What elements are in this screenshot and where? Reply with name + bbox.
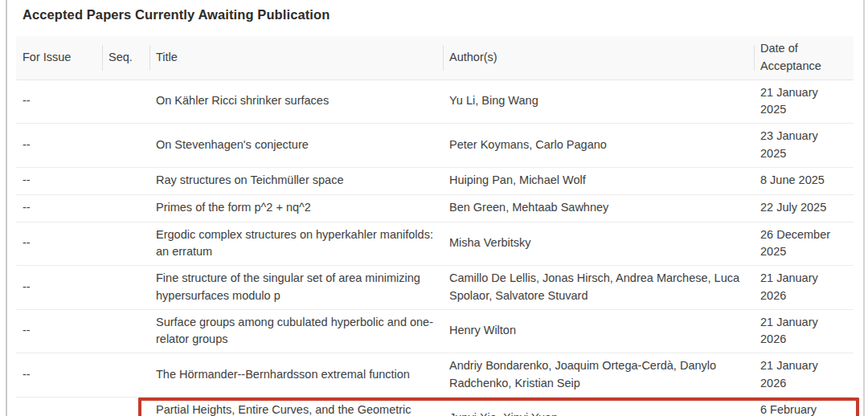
- cell-for-issue: --: [16, 80, 102, 124]
- cell-for-issue: --: [16, 124, 102, 168]
- cell-date: 21 January 2026: [754, 309, 854, 353]
- cell-title: On Stevenhagen's conjecture: [149, 124, 443, 168]
- cell-seq: [102, 124, 149, 168]
- cell-for-issue: --: [16, 353, 102, 398]
- cell-title: On Kähler Ricci shrinker surfaces: [149, 80, 443, 124]
- cell-seq: [102, 353, 149, 398]
- cell-authors: Huiping Pan, Michael Wolf: [443, 167, 754, 194]
- cell-seq: [102, 266, 149, 310]
- cell-for-issue: --: [16, 309, 102, 353]
- table-row: --The Hörmander--Bernhardsson extremal f…: [16, 353, 854, 398]
- column-header-title: Title: [149, 36, 443, 80]
- cell-authors: Camillo De Lellis, Jonas Hirsch, Andrea …: [443, 266, 754, 310]
- page-title: Accepted Papers Currently Awaiting Publi…: [23, 7, 330, 22]
- cell-date: 21 January 2026: [754, 353, 854, 398]
- cell-date: 22 July 2025: [754, 194, 854, 222]
- accepted-papers-page: Accepted Papers Currently Awaiting Publi…: [0, 0, 868, 416]
- cell-title: Partial Heights, Entire Curves, and the …: [149, 397, 443, 416]
- cell-date: 8 June 2025: [754, 167, 854, 194]
- cell-date: 6 February 2026: [754, 397, 854, 416]
- table-row: --Fine structure of the singular set of …: [16, 266, 854, 310]
- cell-for-issue: --: [16, 266, 102, 310]
- cell-for-issue: --: [16, 397, 102, 416]
- cell-authors: Junyi Xie, Xinyi Yuan: [443, 397, 754, 416]
- cell-seq: [102, 194, 149, 222]
- table-row: --On Stevenhagen's conjecturePeter Koyma…: [16, 124, 854, 168]
- cell-title: Ergodic complex structures on hyperkahle…: [149, 222, 443, 266]
- cell-seq: [102, 167, 149, 194]
- column-header-seq: Seq.: [102, 36, 149, 80]
- table-row: --Surface groups among cubulated hyperbo…: [16, 309, 854, 353]
- cell-seq: [102, 222, 149, 266]
- table-header-row: For Issue Seq. Title Author(s) Date of A…: [16, 36, 854, 80]
- cell-title: The Hörmander--Bernhardsson extremal fun…: [149, 353, 443, 398]
- cell-seq: [102, 309, 149, 353]
- cell-title: Surface groups among cubulated hyperboli…: [149, 309, 443, 353]
- cell-seq: [102, 80, 149, 124]
- cell-date: 21 January 2025: [754, 80, 854, 124]
- papers-table-body: --On Kähler Ricci shrinker surfacesYu Li…: [16, 80, 854, 416]
- table-row: --Primes of the form p^2 + nq^2Ben Green…: [16, 194, 854, 222]
- cell-seq: [102, 397, 149, 416]
- cell-date: 26 December 2025: [754, 222, 854, 266]
- left-edge-divider: [6, 0, 7, 416]
- table-row: --Ray structures on Teichmüller spaceHui…: [16, 167, 854, 194]
- cell-for-issue: --: [16, 194, 102, 222]
- cell-for-issue: --: [16, 167, 102, 194]
- cell-for-issue: --: [16, 222, 102, 266]
- cell-date: 21 January 2026: [754, 266, 854, 310]
- column-header-for-issue: For Issue: [16, 36, 102, 80]
- cell-authors: Misha Verbitsky: [443, 222, 754, 266]
- right-edge-divider: [863, 0, 865, 416]
- table-row: --On Kähler Ricci shrinker surfacesYu Li…: [16, 80, 854, 124]
- column-header-authors: Author(s): [443, 36, 754, 80]
- accepted-papers-table: For Issue Seq. Title Author(s) Date of A…: [16, 36, 854, 416]
- cell-authors: Yu Li, Bing Wang: [443, 80, 754, 124]
- cell-authors: Ben Green, Mehtaab Sawhney: [443, 194, 754, 222]
- cell-date: 23 January 2025: [754, 124, 854, 168]
- table-row: --Ergodic complex structures on hyperkah…: [16, 222, 854, 266]
- cell-title: Fine structure of the singular set of ar…: [149, 266, 443, 310]
- table-row-highlighted: --Partial Heights, Entire Curves, and th…: [16, 397, 854, 416]
- cell-title: Ray structures on Teichmüller space: [149, 167, 443, 194]
- cell-authors: Andriy Bondarenko, Joaquim Ortega-Cerdà,…: [443, 353, 754, 398]
- cell-authors: Henry Wilton: [443, 309, 754, 353]
- column-header-date: Date of Acceptance: [754, 36, 854, 80]
- cell-title: Primes of the form p^2 + nq^2: [149, 194, 443, 222]
- cell-authors: Peter Koymans, Carlo Pagano: [443, 124, 754, 168]
